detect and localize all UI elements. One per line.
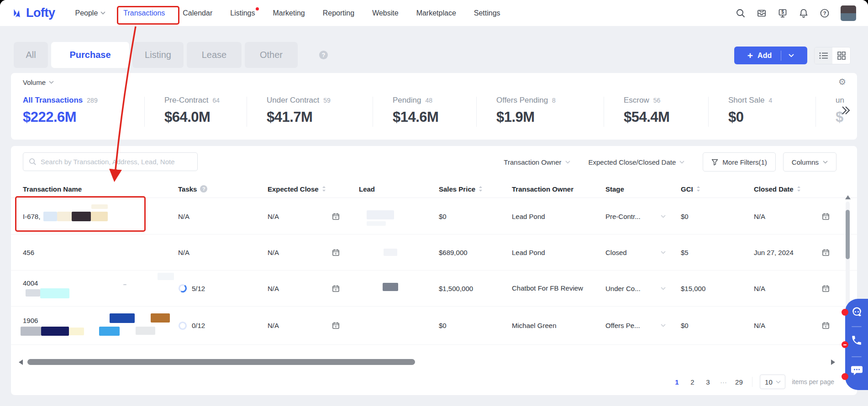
- calendar-icon[interactable]: [822, 285, 830, 292]
- tasks-help-icon[interactable]: ?: [200, 185, 207, 193]
- horizontal-scrollbar-thumb[interactable]: [27, 359, 415, 365]
- billing-icon[interactable]: $: [778, 8, 788, 18]
- chevron-down-icon: [49, 81, 54, 84]
- nav-marketing[interactable]: Marketing: [273, 9, 305, 17]
- vertical-scrollbar-thumb[interactable]: [846, 210, 850, 259]
- page-1[interactable]: 1: [671, 375, 683, 389]
- transaction-name-cell[interactable]: 1906: [23, 307, 178, 344]
- notification-dot: [842, 373, 848, 380]
- search-icon[interactable]: [736, 8, 746, 18]
- ai-chat-icon[interactable]: [851, 306, 863, 318]
- stage-dropdown[interactable]: Closed: [605, 249, 666, 256]
- avatar[interactable]: [841, 5, 856, 21]
- col-transaction-owner[interactable]: Transaction Owner: [512, 180, 605, 198]
- nav-website[interactable]: Website: [372, 9, 399, 17]
- stat-offers-pending[interactable]: Offers Pending8 $1.9M: [476, 96, 604, 125]
- stage-cell-wrap: Closed: [605, 234, 681, 270]
- tab-purchase[interactable]: Purchase: [51, 42, 129, 68]
- funnel-icon: [711, 159, 718, 166]
- stat-pending[interactable]: Pending48 $14.6M: [373, 96, 476, 125]
- page-29[interactable]: 29: [733, 375, 745, 389]
- nav-reporting[interactable]: Reporting: [323, 9, 354, 17]
- add-dropdown-chevron-icon[interactable]: [789, 54, 794, 57]
- page-ellipsis[interactable]: ···: [717, 375, 729, 389]
- listings-notification-dot: [256, 7, 259, 10]
- calendar-icon[interactable]: [332, 249, 340, 256]
- calendar-icon[interactable]: [332, 322, 340, 329]
- tab-actions: + Add: [734, 47, 851, 64]
- tabs-help-icon[interactable]: ?: [319, 51, 328, 59]
- stat-pre-contract[interactable]: Pre-Contract64 $64.0M: [144, 96, 247, 125]
- help-icon[interactable]: ?: [820, 8, 830, 18]
- list-view-button[interactable]: [815, 47, 832, 64]
- more-filters-button[interactable]: More Filters(1): [703, 152, 776, 172]
- transaction-owner-dropdown[interactable]: Transaction Owner: [504, 158, 570, 166]
- sort-icon[interactable]: [696, 186, 700, 192]
- stat-escrow[interactable]: Escrow56 $54.4M: [604, 96, 708, 125]
- stats-settings-gear-icon[interactable]: ⚙: [838, 78, 846, 86]
- scroll-right-arrow[interactable]: [831, 359, 835, 365]
- columns-button[interactable]: Columns: [783, 152, 836, 172]
- calendar-icon[interactable]: [332, 213, 340, 220]
- col-lead[interactable]: Lead: [359, 180, 439, 198]
- stats-scroll-right-icon[interactable]: [841, 106, 851, 115]
- col-expected-close[interactable]: Expected Close: [268, 180, 359, 198]
- chat-bubble-icon[interactable]: [851, 365, 863, 377]
- table-row[interactable]: 4004 5/12 N/A $1,500,000 Chatbot For FB …: [11, 271, 857, 307]
- lead-cell[interactable]: [359, 307, 439, 344]
- search-input[interactable]: [41, 158, 192, 166]
- stat-under-contract[interactable]: Under Contract59 $41.7M: [247, 96, 373, 125]
- nav-settings[interactable]: Settings: [474, 9, 500, 17]
- horizontal-scrollbar[interactable]: [11, 359, 857, 366]
- inbox-icon[interactable]: [757, 8, 767, 18]
- col-transaction-name[interactable]: Transaction Name: [23, 180, 178, 198]
- tab-other[interactable]: Other: [245, 42, 298, 68]
- sort-icon[interactable]: [797, 186, 801, 192]
- notifications-icon[interactable]: [799, 8, 809, 18]
- page-2[interactable]: 2: [686, 375, 698, 389]
- nav-calendar[interactable]: Calendar: [183, 9, 212, 17]
- calendar-icon[interactable]: [822, 249, 830, 256]
- calendar-icon[interactable]: [822, 322, 830, 329]
- page-3[interactable]: 3: [702, 375, 714, 389]
- lead-cell[interactable]: [359, 234, 439, 270]
- table-row[interactable]: I-678, N/A N/A $0 Lead Pond Pre-Contr...…: [11, 198, 857, 234]
- scroll-up-arrow[interactable]: [845, 195, 851, 199]
- stat-short-sale[interactable]: Short Sale4 $0: [708, 96, 815, 125]
- nav-transactions[interactable]: Transactions: [123, 9, 165, 17]
- stat-all-transactions[interactable]: All Transactions289 $222.6M: [11, 96, 144, 125]
- transaction-name-cell[interactable]: 456: [23, 234, 178, 270]
- sort-icon[interactable]: [479, 186, 483, 192]
- col-tasks[interactable]: Tasks?: [178, 180, 268, 198]
- stage-dropdown[interactable]: Pre-Contr...: [605, 213, 666, 220]
- table-row[interactable]: 456 N/A N/A $689,000 Lead Pond Closed $5…: [11, 234, 857, 271]
- nav-people[interactable]: People: [75, 9, 105, 17]
- volume-dropdown[interactable]: Volume: [23, 78, 54, 86]
- phone-icon[interactable]: [851, 334, 863, 346]
- stage-dropdown[interactable]: Under Co...: [605, 285, 666, 292]
- grid-view-button[interactable]: [832, 47, 850, 64]
- sales-price-cell: $689,000: [439, 234, 512, 270]
- add-button[interactable]: + Add: [734, 47, 807, 64]
- nav-listings[interactable]: Listings: [230, 9, 255, 17]
- stage-dropdown[interactable]: Offers Pe...: [605, 322, 666, 329]
- nav-marketplace[interactable]: Marketplace: [416, 9, 456, 17]
- sort-icon[interactable]: [322, 186, 326, 192]
- stat-partial-clipped[interactable]: un $: [815, 96, 857, 125]
- scroll-left-arrow[interactable]: [19, 359, 23, 365]
- col-closed-date[interactable]: Closed Date: [754, 180, 841, 198]
- page-size-select[interactable]: 10: [760, 375, 785, 389]
- expected-close-cell: N/A: [268, 234, 359, 270]
- col-stage[interactable]: Stage: [605, 180, 681, 198]
- tab-listing[interactable]: Listing: [132, 42, 184, 68]
- calendar-icon[interactable]: [822, 213, 830, 220]
- col-sales-price[interactable]: Sales Price: [439, 180, 512, 198]
- brand[interactable]: Lofty: [12, 6, 55, 20]
- tab-lease[interactable]: Lease: [187, 42, 242, 68]
- expected-close-date-dropdown[interactable]: Expected Close/Closed Date: [589, 158, 685, 166]
- tab-all[interactable]: All: [14, 42, 48, 68]
- col-gci[interactable]: GCI: [681, 180, 754, 198]
- table-row[interactable]: 1906 0/12 N/A $0 Michael Green Offers Pe…: [11, 307, 857, 345]
- calendar-icon[interactable]: [332, 285, 340, 292]
- lead-cell[interactable]: [359, 271, 439, 306]
